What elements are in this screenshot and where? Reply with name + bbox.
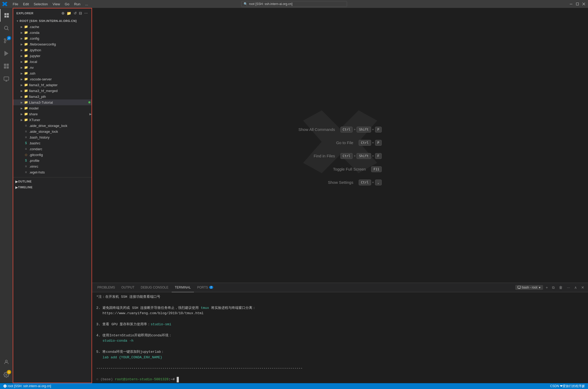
tree-item-conda[interactable]: ▶ 📁 .conda [13, 30, 92, 35]
tree-item-ssh[interactable]: ▶ 📁 .ssh [13, 70, 92, 76]
tree-item-bash-history[interactable]: ≡ .bash_history [13, 134, 92, 140]
key-p: P [375, 140, 382, 146]
menu-go[interactable]: Go [63, 2, 71, 7]
tree-item-llama3-tutorial[interactable]: ▶ 📁 Llama3-Tutorial [13, 99, 92, 105]
tree-item-filebrowserconfig[interactable]: ▶ 📁 .filebrowserconfig [13, 41, 92, 47]
minimize-button[interactable] [569, 2, 573, 6]
ports-badge: 2 [209, 286, 213, 289]
green-dot [88, 101, 90, 103]
activity-settings[interactable]: 1 [0, 368, 13, 381]
tree-item-nv[interactable]: ▶ 📁 .nv [13, 65, 92, 70]
menu-view[interactable]: View [51, 2, 62, 7]
tree-item-vimrc[interactable]: ≡ .vimrc [13, 163, 92, 169]
terminal-kill-button[interactable]: 🗑 [557, 285, 564, 290]
tree-item-gitconfig[interactable]: ◇ .gitconfig [13, 152, 92, 158]
folder-icon: 📁 [24, 65, 28, 70]
title-search-bar[interactable]: 🔍 root [SSH: ssh.intern-ai.org.cn] [241, 1, 347, 7]
menu-more[interactable]: ... [83, 2, 90, 7]
terminal-body[interactable]: *注：在开发机 SSH 连接功能查看端口号 2. 避免因终端关闭或 SSH 连接… [92, 292, 588, 383]
activity-run-debug[interactable] [0, 47, 13, 60]
shortcut-show-all-commands: Show All Commands Ctrl + Shift + P [298, 127, 382, 132]
tab-output[interactable]: OUTPUT [118, 283, 138, 292]
maximize-button[interactable] [575, 2, 580, 6]
timeline-item[interactable]: ▶ TIMELINE [13, 184, 92, 190]
terminal-more-button[interactable]: ··· [565, 285, 572, 290]
activity-extensions[interactable] [0, 60, 13, 72]
terminal-split-button[interactable]: ⧉ [550, 285, 556, 291]
folder-icon: 📁 [24, 94, 28, 99]
sidebar-new-file-button[interactable]: ⊕ [61, 11, 65, 16]
sidebar-new-folder-button[interactable]: 📁 [66, 11, 72, 16]
filebrowserconfig-chevron: ▶ [20, 42, 24, 46]
nv-chevron: ▶ [20, 65, 24, 70]
sidebar-collapse-button[interactable]: ⊟ [78, 11, 83, 16]
tree-item-model[interactable]: ▶ 📁 model [13, 105, 92, 111]
xtuner-label: XTuner [29, 118, 92, 122]
shortcut-label-show-all-commands: Show All Commands [298, 127, 335, 132]
tree-item-llama3-hf-adapter[interactable]: ▶ 📁 llama3_hf_adapter [13, 82, 92, 88]
folder-icon: 📁 [24, 30, 28, 35]
tree-item-config[interactable]: ▶ 📁 .config [13, 35, 92, 41]
tree-item-aide-storage-lock[interactable]: ≡ .aide_storage_lock [13, 129, 92, 134]
search-text: root [SSH: ssh.intern-ai.org.cn] [249, 2, 293, 6]
outline-item[interactable]: ▶ OUTLINE [13, 179, 92, 184]
folder-icon: 📁 [24, 106, 28, 110]
menu-selection[interactable]: Selection [31, 2, 50, 7]
tree-item-llama3-pth[interactable]: ▶ 📁 llama3_pth [13, 94, 92, 99]
terminal-line [96, 360, 584, 366]
tab-debug-console[interactable]: DEBUG CONSOLE [138, 283, 172, 292]
filebrowserconfig-label: .filebrowserconfig [29, 42, 92, 46]
tree-root-folder[interactable]: ▼ ROOT [SSH: SSH.INTERN-AI.ORG.CN] [13, 18, 92, 24]
terminal-add-button[interactable]: + [544, 285, 549, 290]
terminal-close-button[interactable]: ✕ [580, 285, 586, 290]
tree-item-llama3-hf-merged[interactable]: ▶ 📁 llama3_hf_merged [13, 88, 92, 94]
tree-item-ipython[interactable]: ▶ 📁 .ipython [13, 47, 92, 53]
activity-remote[interactable] [0, 72, 13, 85]
menu-bar: File Edit Selection View Go Run ... [11, 2, 90, 7]
key-plus: + [372, 141, 374, 145]
tree-item-bashrc[interactable]: $ .bashrc [13, 140, 92, 146]
close-button[interactable] [582, 2, 586, 6]
terminal-line [96, 316, 584, 322]
tree-item-local[interactable]: ▶ 📁 .local [13, 59, 92, 65]
tree-item-vscode-server[interactable]: ▶ 📁 .vscode-server [13, 76, 92, 82]
bash-history-label: .bash_history [29, 135, 92, 139]
menu-edit[interactable]: Edit [21, 2, 31, 7]
activity-explorer[interactable] [0, 9, 13, 22]
git-icon: ◇ [24, 153, 28, 157]
terminal-maximize-button[interactable]: ∧ [573, 285, 578, 290]
sidebar-refresh-button[interactable]: ↺ [73, 11, 78, 16]
activity-search[interactable] [0, 22, 13, 34]
terminal-tabs: PROBLEMS OUTPUT DEBUG CONSOLE TERMINAL P… [92, 283, 588, 292]
tree-item-share[interactable]: ▶ 📁 share ▶ [13, 111, 92, 117]
jupyter-label: .jupyter [29, 54, 92, 58]
status-remote-label: root [SSH: ssh.intern-ai.org.cn] [8, 384, 51, 388]
vscode-server-label: .vscode-server [29, 77, 92, 81]
bash-label[interactable]: bash - root ▼ [515, 285, 543, 290]
activity-source-control[interactable]: 2 [0, 34, 13, 47]
tab-terminal[interactable]: TERMINAL [172, 283, 194, 292]
tree-item-jupyter[interactable]: ▶ 📁 .jupyter [13, 53, 92, 59]
status-remote-icon[interactable]: root [SSH: ssh.intern-ai.org.cn] [2, 383, 52, 389]
svg-rect-14 [4, 77, 9, 80]
tree-item-condarc[interactable]: ≡ .condarc [13, 146, 92, 152]
sidebar: EXPLORER ⊕ 📁 ↺ ⊟ ··· ▼ ROOT [SSH: SSH.IN… [13, 8, 92, 383]
tab-problems[interactable]: PROBLEMS [94, 283, 118, 292]
folder-icon: 📁 [24, 77, 28, 81]
sidebar-more-button[interactable]: ··· [84, 11, 88, 16]
svg-line-5 [7, 29, 8, 30]
tree-item-profile[interactable]: $ .profile [13, 158, 92, 163]
key-p: P [375, 127, 382, 132]
status-right[interactable]: CSDN ❤爱旅行的程序媛 [549, 383, 586, 389]
tree-item-cache[interactable]: ▶ 📁 .cache [13, 24, 92, 30]
ipython-label: .ipython [29, 48, 92, 52]
tree-item-xtuner[interactable]: ▶ 📁 XTuner [13, 117, 92, 123]
source-control-badge: 2 [7, 36, 11, 40]
menu-run[interactable]: Run [72, 2, 83, 7]
tree-item-aide-drive-storage-lock[interactable]: ≡ .aide_drive_storage_lock [13, 123, 92, 129]
tree-item-wget-hsts[interactable]: ≡ .wget-hsts [13, 169, 92, 175]
activity-accounts[interactable] [0, 356, 13, 368]
tab-ports[interactable]: PORTS 2 [194, 283, 216, 292]
menu-file[interactable]: File [11, 2, 20, 7]
terminal-line [96, 344, 584, 349]
